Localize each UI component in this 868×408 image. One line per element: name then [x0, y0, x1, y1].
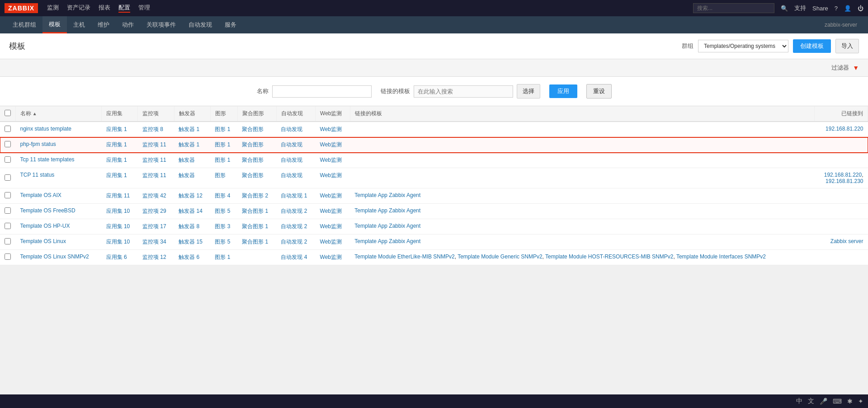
cell-link[interactable]: 监控项 34: [142, 239, 166, 245]
cell-link[interactable]: 监控项 42: [142, 192, 166, 199]
cell-link[interactable]: 应用集 6: [106, 254, 127, 260]
subnav-discovery[interactable]: 自动发现: [182, 16, 218, 33]
row-checkbox[interactable]: [5, 141, 11, 147]
reset-button[interactable]: 重设: [586, 84, 612, 98]
power-icon[interactable]: ⏻: [858, 5, 863, 12]
nav-monitor[interactable]: 监测: [47, 4, 59, 13]
row-checkbox[interactable]: [5, 238, 11, 244]
linked-input[interactable]: [414, 85, 513, 98]
cell-link[interactable]: 监控项 11: [142, 141, 166, 148]
search-icon[interactable]: 🔍: [781, 5, 788, 12]
row-checkbox[interactable]: [5, 192, 11, 198]
cell-link[interactable]: 触发器 14: [179, 208, 203, 214]
cell-link[interactable]: 应用集 10: [106, 223, 130, 230]
cell-link[interactable]: 自动发现 2: [281, 223, 307, 230]
nav-assets[interactable]: 资产记录: [67, 4, 90, 13]
cell-link[interactable]: 聚合图形: [242, 172, 264, 178]
col-name[interactable]: 名称: [16, 106, 102, 122]
cell-link[interactable]: 监控项 11: [142, 172, 166, 178]
linked-template-link[interactable]: Template Module EtherLike-MIB SNMPv2: [354, 253, 454, 260]
row-checkbox[interactable]: [5, 174, 11, 181]
subnav-events[interactable]: 关联项事件: [140, 16, 182, 33]
linked-template-link[interactable]: Template Module HOST-RESOURCES-MIB SNMPv…: [545, 253, 673, 260]
cell-link[interactable]: 自动发现 2: [281, 239, 307, 245]
subnav-maintenance[interactable]: 维护: [91, 16, 116, 33]
share-link[interactable]: Share: [812, 5, 828, 12]
cell-link[interactable]: 图形 4: [215, 192, 230, 199]
template-name-link[interactable]: Template OS Linux SNMPv2: [20, 253, 89, 260]
cell-link[interactable]: 图形 1: [215, 126, 230, 132]
cell-link[interactable]: 图形: [215, 172, 226, 178]
apply-button[interactable]: 应用: [549, 84, 577, 98]
cell-link[interactable]: 自动发现: [281, 141, 302, 148]
linked-template-link[interactable]: Template App Zabbix Agent: [354, 207, 420, 214]
nav-reports[interactable]: 报表: [99, 4, 110, 13]
cell-link[interactable]: 触发器: [179, 172, 195, 178]
group-select[interactable]: Templates/Operating systems: [698, 40, 788, 52]
nav-config[interactable]: 配置: [118, 4, 130, 13]
linked-template-link[interactable]: Template App Zabbix Agent: [354, 238, 420, 244]
cell-link[interactable]: 聚合图形: [242, 126, 264, 132]
subnav-hosts[interactable]: 主机: [67, 16, 91, 33]
cell-link[interactable]: 监控项 29: [142, 208, 166, 214]
filter-icon[interactable]: ▼: [853, 64, 859, 71]
cell-link[interactable]: 自动发现: [281, 126, 302, 132]
cell-link[interactable]: 触发器 12: [179, 192, 203, 199]
subnav-services[interactable]: 服务: [218, 16, 243, 33]
select-button[interactable]: 选择: [517, 84, 540, 98]
cell-link[interactable]: 图形 1: [215, 141, 230, 148]
cell-link[interactable]: Web监测: [320, 208, 342, 214]
cell-link[interactable]: 触发器 1: [179, 126, 199, 132]
cell-link[interactable]: 应用集 10: [106, 239, 130, 245]
cell-link[interactable]: 聚合图形 1: [242, 239, 268, 245]
cell-link[interactable]: 图形 5: [215, 208, 230, 214]
subnav-hostgroups[interactable]: 主机群组: [6, 16, 42, 33]
cell-link[interactable]: Web监测: [320, 141, 342, 148]
cell-link[interactable]: 触发器 1: [179, 141, 199, 148]
global-search-input[interactable]: [693, 3, 774, 13]
linked-to-link[interactable]: 192.168.81.220: [824, 172, 862, 178]
nav-admin[interactable]: 管理: [138, 4, 150, 13]
cell-link[interactable]: 图形 3: [215, 223, 230, 230]
subnav-actions[interactable]: 动作: [116, 16, 140, 33]
cell-link[interactable]: Web监测: [320, 254, 342, 260]
cell-link[interactable]: 图形 1: [215, 157, 230, 163]
row-checkbox[interactable]: [5, 156, 11, 163]
cell-link[interactable]: 聚合图形 2: [242, 192, 268, 199]
cell-link[interactable]: 触发器: [179, 157, 195, 163]
template-name-link[interactable]: Tcp 11 state templates: [20, 156, 75, 163]
select-all-checkbox[interactable]: [5, 110, 11, 116]
zabbix-logo[interactable]: ZABBIX: [5, 3, 38, 13]
cell-link[interactable]: 自动发现: [281, 157, 302, 163]
row-checkbox[interactable]: [5, 126, 11, 132]
cell-link[interactable]: 应用集 1: [106, 172, 127, 178]
linked-to-link[interactable]: 192.168.81.230: [826, 178, 863, 184]
cell-link[interactable]: Web监测: [320, 172, 342, 178]
cell-link[interactable]: 聚合图形: [242, 141, 264, 148]
linked-template-link[interactable]: Template Module Interfaces SNMPv2: [676, 253, 766, 260]
cell-link[interactable]: 聚合图形 1: [242, 223, 268, 230]
support-link[interactable]: 支持: [794, 4, 806, 12]
row-checkbox[interactable]: [5, 223, 11, 229]
cell-link[interactable]: 监控项 11: [142, 157, 166, 163]
cell-link[interactable]: Web监测: [320, 223, 342, 230]
template-name-link[interactable]: TCP 11 status: [20, 172, 55, 178]
help-icon[interactable]: ?: [835, 5, 838, 12]
cell-link[interactable]: 应用集 1: [106, 126, 127, 132]
cell-link[interactable]: 触发器 8: [179, 223, 199, 230]
cell-link[interactable]: Web监测: [320, 239, 342, 245]
row-checkbox[interactable]: [5, 253, 11, 260]
cell-link[interactable]: 自动发现 2: [281, 208, 307, 214]
linked-template-link[interactable]: Template App Zabbix Agent: [354, 192, 420, 198]
cell-link[interactable]: 监控项 17: [142, 223, 166, 230]
create-template-button[interactable]: 创建模板: [793, 39, 831, 53]
cell-link[interactable]: 图形 5: [215, 239, 230, 245]
cell-link[interactable]: 应用集 1: [106, 157, 127, 163]
linked-to-link[interactable]: Zabbix server: [830, 238, 863, 244]
row-checkbox[interactable]: [5, 207, 11, 214]
cell-link[interactable]: 触发器 15: [179, 239, 203, 245]
cell-link[interactable]: Web监测: [320, 157, 342, 163]
linked-to-link[interactable]: 192.168.81.220: [826, 126, 863, 132]
cell-link[interactable]: Web监测: [320, 126, 342, 132]
cell-link[interactable]: 应用集 11: [106, 192, 130, 199]
